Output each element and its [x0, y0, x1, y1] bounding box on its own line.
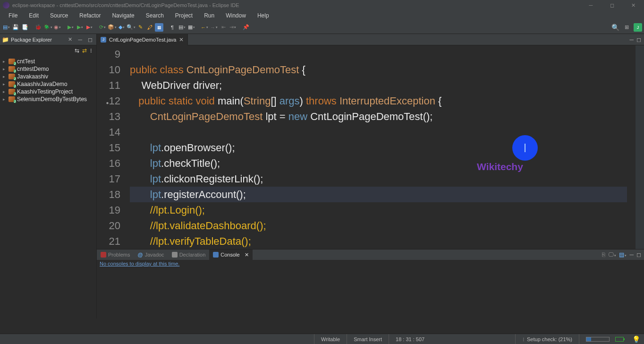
code-line-19[interactable]: //lpt.Login(); [130, 202, 636, 218]
code-line-9[interactable] [130, 46, 636, 62]
menu-window[interactable]: Window [221, 11, 251, 20]
code-line-12[interactable]: public static void main(String[] args) t… [130, 93, 636, 109]
block-icon[interactable]: ▤▾ [178, 23, 186, 32]
explorer-max-icon[interactable]: ◻ [86, 36, 94, 43]
wand-icon[interactable]: ✎ [136, 23, 144, 32]
maximize-button[interactable]: ◻ [602, 0, 623, 10]
task-icon[interactable]: ▦ [155, 23, 163, 32]
console-body[interactable] [97, 268, 644, 318]
menu-refactor[interactable]: Refactor [75, 11, 105, 20]
refresh-icon[interactable]: ⟳▾ [98, 23, 107, 32]
problems-icon [101, 252, 106, 258]
bottom-tabs: Problems @Javadoc Declaration Console✕ ⎘… [97, 249, 644, 260]
package-icon[interactable]: 📦▾ [108, 23, 116, 32]
status-insert: Smart Insert [347, 334, 389, 344]
project-icon [8, 66, 15, 72]
pin-console-icon[interactable]: ⎘ [602, 251, 605, 258]
console-max-icon[interactable]: ◻ [636, 251, 641, 258]
save-icon[interactable]: 💾 [11, 23, 20, 32]
link-icon[interactable]: ⇄ [82, 47, 87, 54]
close-button[interactable]: ✕ [623, 0, 644, 10]
console-min-icon[interactable]: ─ [629, 251, 634, 258]
nav-fwd-icon[interactable]: ⇥▾ [229, 23, 237, 32]
debug-config-icon[interactable]: 🐞 [34, 23, 42, 32]
search-toolbar-icon[interactable]: 🔍▾ [127, 23, 135, 32]
code-line-10[interactable]: public class CntLoginPageDemoTest { [130, 62, 636, 77]
code-line-15[interactable]: lpt.openBrowser(); [130, 140, 636, 155]
code-line-18[interactable]: lpt.registerAccount(); [130, 187, 636, 202]
window-title: eclipse-workspace - cnttestDemo/src/com/… [12, 2, 239, 8]
menu-project[interactable]: Project [170, 11, 197, 20]
eclipse-icon [3, 2, 9, 9]
menu-search[interactable]: Search [141, 11, 169, 20]
type-icon[interactable]: ◆▾ [117, 23, 126, 32]
debug-icon[interactable]: 🪲▾ [43, 23, 52, 32]
search-icon[interactable]: 🔍 [611, 23, 619, 32]
java-perspective-icon[interactable]: J [634, 23, 642, 32]
cursor-highlight [512, 135, 538, 161]
pilcrow-icon[interactable]: ¶ [168, 23, 177, 32]
code-editor[interactable]: 91011●12131415161718192021 Wikitechy pub… [97, 45, 644, 249]
tab-console[interactable]: Console✕ [209, 249, 252, 260]
status-position: 18 : 31 : 507 [389, 334, 431, 344]
pin-icon[interactable]: 📌 [242, 23, 250, 32]
project-KaashivTestingProject[interactable]: ▸KaashivTestingProject [1, 88, 95, 95]
project-label: cntTest [17, 58, 35, 65]
menu-help[interactable]: Help [253, 11, 274, 20]
tab-declaration[interactable]: Declaration [168, 249, 210, 260]
project-KaaashivJavaDemo[interactable]: ▸KaaashivJavaDemo [1, 80, 95, 88]
outline-icon[interactable]: ▦▾ [187, 23, 195, 32]
javadoc-icon: @ [137, 252, 143, 258]
code-line-20[interactable]: //lpt.validateDashboard(); [130, 218, 636, 233]
project-cntTest[interactable]: ▸cntTest [1, 58, 95, 65]
highlight-icon[interactable]: 🖍 [145, 23, 154, 32]
tab-javadoc[interactable]: @Javadoc [134, 249, 168, 260]
code-line-21[interactable]: //lpt.verifyTableData(); [130, 233, 636, 249]
menu-run[interactable]: Run [199, 11, 219, 20]
perspective-icon[interactable]: ⊞ [622, 23, 631, 32]
caret-icon: ▸ [3, 59, 8, 64]
menu-source[interactable]: Source [45, 11, 73, 20]
minimize-button[interactable]: ─ [580, 0, 602, 10]
new-icon[interactable]: ▤▾ [2, 23, 10, 32]
menu-edit[interactable]: Edit [24, 11, 43, 20]
fwd-icon[interactable]: →▾ [210, 23, 218, 32]
project-label: cnttestDemo [17, 66, 49, 72]
console-close-icon[interactable]: ✕ [245, 252, 249, 258]
tip-icon[interactable]: 💡 [632, 335, 644, 343]
code-line-11[interactable]: WebDriver driver; [130, 77, 636, 93]
save-all-icon[interactable]: 📑 [21, 23, 29, 32]
project-cnttestDemo[interactable]: ▸cnttestDemo [1, 65, 95, 73]
explorer-min-icon[interactable]: ─ [76, 36, 84, 43]
display-console-icon[interactable]: 🖵▾ [608, 251, 616, 258]
code-line-14[interactable] [130, 124, 636, 140]
menu-file[interactable]: File [4, 11, 22, 20]
nav-back-icon[interactable]: ⇤ [219, 23, 228, 32]
run-icon[interactable]: ▶▾ [66, 23, 75, 32]
project-label: KaaashivJavaDemo [17, 81, 68, 87]
code-line-16[interactable]: lpt.checkTitle(); [130, 155, 636, 171]
collapse-icon[interactable]: ⇆ [75, 47, 79, 54]
back-icon[interactable]: ←▾ [200, 23, 209, 32]
caret-icon: ▸ [3, 67, 8, 71]
tab-min-icon[interactable]: ─ [629, 36, 634, 43]
project-icon [8, 59, 15, 64]
new-console-icon[interactable]: ▤▾ [619, 251, 627, 258]
code-line-13[interactable]: CntLoginPageDemoTest lpt = new CntLoginP… [130, 109, 636, 124]
project-icon [8, 89, 15, 95]
editor-tabbar: J CntLoginPageDemoTest.java ✕ ─ ◻ [97, 34, 644, 45]
editor-tab[interactable]: J CntLoginPageDemoTest.java ✕ [97, 34, 188, 45]
project-SeleniumDemoByTestBytes[interactable]: ▸SeleniumDemoByTestBytes [1, 95, 95, 103]
tab-problems[interactable]: Problems [97, 249, 134, 260]
external-icon[interactable]: ▶▾ [85, 23, 93, 32]
overview-ruler[interactable] [636, 45, 644, 249]
menu-navigate[interactable]: Navigate [107, 11, 139, 20]
tab-max-icon[interactable]: ◻ [636, 36, 641, 43]
code-line-17[interactable]: lpt.clickonRegisterLink(); [130, 171, 636, 187]
filter-icon[interactable]: ⫶ [90, 47, 93, 54]
coverage-icon[interactable]: ◉▾ [53, 23, 61, 32]
explorer-close-icon[interactable]: ✕ [66, 36, 74, 43]
run-config-icon[interactable]: ▶▾ [76, 23, 84, 32]
project-Javakaashiv[interactable]: ▸Javakaashiv [1, 73, 95, 80]
tab-close-icon[interactable]: ✕ [179, 36, 184, 43]
